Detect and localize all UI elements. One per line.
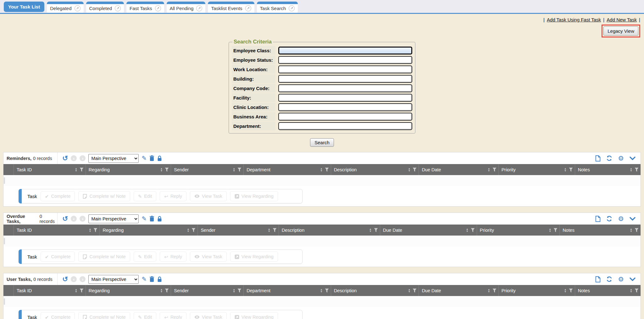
sort-icon[interactable]: ▲▼: [630, 168, 632, 172]
gear-icon[interactable]: ⚙: [618, 155, 624, 162]
filter-icon[interactable]: [325, 288, 329, 293]
reset-grid-icon[interactable]: ↺: [62, 215, 68, 222]
delete-perspective-icon[interactable]: [149, 216, 154, 222]
sort-icon[interactable]: ▲▼: [160, 168, 163, 172]
complete-with-note-button[interactable]: Complete w/ Note: [78, 191, 130, 201]
work-location-field[interactable]: [278, 66, 412, 73]
gear-icon[interactable]: ⚙: [618, 276, 624, 282]
reset-grid-icon[interactable]: ↺: [62, 155, 68, 162]
collapse-chevron-icon[interactable]: [630, 217, 636, 221]
reply-button[interactable]: ↩Reply: [160, 312, 186, 319]
complete-button[interactable]: ✔Complete: [41, 252, 75, 262]
complete-button[interactable]: ✔Complete: [41, 312, 75, 319]
edit-button[interactable]: ✎Edit: [134, 191, 157, 201]
filter-icon[interactable]: [553, 228, 558, 232]
filter-icon[interactable]: [93, 228, 97, 232]
filter-icon[interactable]: [374, 228, 378, 232]
filter-icon[interactable]: [635, 228, 639, 232]
sort-icon[interactable]: ▲▼: [233, 168, 235, 172]
sort-icon[interactable]: ▲▼: [89, 228, 91, 232]
sort-icon[interactable]: ▲▼: [75, 288, 77, 293]
sort-icon[interactable]: ▲▼: [630, 228, 632, 232]
export-document-icon[interactable]: [595, 276, 601, 282]
reply-button[interactable]: ↩Reply: [160, 252, 186, 262]
filter-icon[interactable]: [569, 168, 573, 172]
sort-icon[interactable]: ▲▼: [320, 288, 323, 293]
sort-icon[interactable]: ▲▼: [408, 168, 410, 172]
clinic-location-field[interactable]: [278, 103, 412, 111]
add-new-task-link[interactable]: Add New Task: [607, 17, 637, 22]
filter-icon[interactable]: [492, 288, 497, 293]
company-code-field[interactable]: [278, 84, 412, 92]
tab-task-search[interactable]: Task Search ↗: [257, 2, 298, 13]
open-new-window-icon[interactable]: ↗: [289, 5, 295, 11]
sort-icon[interactable]: ▲▼: [488, 168, 490, 172]
sort-icon[interactable]: ▲▼: [320, 168, 323, 172]
complete-with-note-button[interactable]: Complete w/ Note: [78, 312, 130, 319]
row-checkbox[interactable]: [4, 238, 5, 244]
sort-icon[interactable]: ▲▼: [466, 228, 469, 232]
sort-icon[interactable]: ▲▼: [564, 168, 567, 172]
filter-icon[interactable]: [492, 168, 497, 172]
open-new-window-icon[interactable]: ↗: [115, 5, 121, 11]
edit-perspective-icon[interactable]: ✎: [142, 155, 147, 161]
employee-status-field[interactable]: [278, 56, 412, 64]
complete-button[interactable]: ✔Complete: [41, 191, 75, 201]
view-task-button[interactable]: View Task: [190, 191, 227, 201]
row-checkbox[interactable]: [4, 298, 5, 305]
filter-icon[interactable]: [635, 288, 639, 293]
gear-icon[interactable]: ⚙: [618, 215, 624, 222]
tab-tasklist-events[interactable]: Tasklist Events ↗: [208, 2, 254, 13]
refresh-icon[interactable]: [606, 155, 612, 161]
tab-completed[interactable]: Completed ↗: [86, 2, 124, 13]
tab-all-pending[interactable]: All Pending ↗: [167, 2, 206, 13]
next-page-icon[interactable]: ›: [80, 276, 86, 282]
view-regarding-button[interactable]: View Regarding: [230, 191, 278, 201]
edit-perspective-icon[interactable]: ✎: [142, 276, 147, 282]
sort-icon[interactable]: ▲▼: [488, 288, 490, 293]
complete-with-note-button[interactable]: Complete w/ Note: [78, 252, 130, 262]
lock-icon[interactable]: [157, 276, 162, 282]
edit-button[interactable]: ✎Edit: [134, 312, 157, 319]
employee-class-field[interactable]: [278, 47, 412, 54]
sort-icon[interactable]: ▲▼: [630, 288, 632, 293]
refresh-icon[interactable]: [606, 216, 612, 222]
add-task-fast-task-link[interactable]: Add Task Using Fast Task: [547, 17, 601, 22]
building-field[interactable]: [278, 75, 412, 83]
lock-icon[interactable]: [157, 156, 162, 161]
view-regarding-button[interactable]: View Regarding: [230, 312, 278, 319]
open-new-window-icon[interactable]: ↗: [196, 5, 202, 11]
sort-icon[interactable]: ▲▼: [564, 288, 567, 293]
sort-icon[interactable]: ▲▼: [369, 228, 372, 232]
delete-perspective-icon[interactable]: [149, 155, 154, 161]
refresh-icon[interactable]: [606, 276, 612, 282]
prev-page-icon[interactable]: ‹: [71, 216, 77, 222]
edit-button[interactable]: ✎Edit: [134, 252, 157, 262]
filter-icon[interactable]: [635, 168, 639, 172]
filter-icon[interactable]: [80, 288, 84, 293]
next-page-icon[interactable]: ›: [80, 155, 86, 161]
filter-icon[interactable]: [413, 288, 417, 293]
row-checkbox[interactable]: [4, 177, 5, 184]
tab-delegated[interactable]: Delegated ↗: [47, 2, 83, 13]
view-task-button[interactable]: View Task: [190, 312, 227, 319]
department-field[interactable]: [278, 122, 412, 130]
filter-icon[interactable]: [273, 228, 277, 232]
delete-perspective-icon[interactable]: [149, 276, 154, 282]
edit-perspective-icon[interactable]: ✎: [142, 216, 147, 222]
facility-field[interactable]: [278, 94, 412, 102]
filter-icon[interactable]: [165, 288, 169, 293]
export-document-icon[interactable]: [595, 216, 601, 222]
next-page-icon[interactable]: ›: [80, 216, 86, 222]
perspective-select[interactable]: Main Perspective: [88, 154, 139, 163]
filter-icon[interactable]: [471, 228, 475, 232]
perspective-select[interactable]: Main Perspective: [88, 214, 139, 223]
filter-icon[interactable]: [165, 168, 169, 172]
search-button[interactable]: Search: [310, 138, 334, 147]
perspective-select[interactable]: Main Perspective: [88, 275, 139, 284]
sort-icon[interactable]: ▲▼: [268, 228, 270, 232]
filter-icon[interactable]: [413, 168, 417, 172]
sort-icon[interactable]: ▲▼: [160, 288, 163, 293]
tab-fast-tasks[interactable]: Fast Tasks ↗: [126, 2, 164, 13]
filter-icon[interactable]: [325, 168, 329, 172]
